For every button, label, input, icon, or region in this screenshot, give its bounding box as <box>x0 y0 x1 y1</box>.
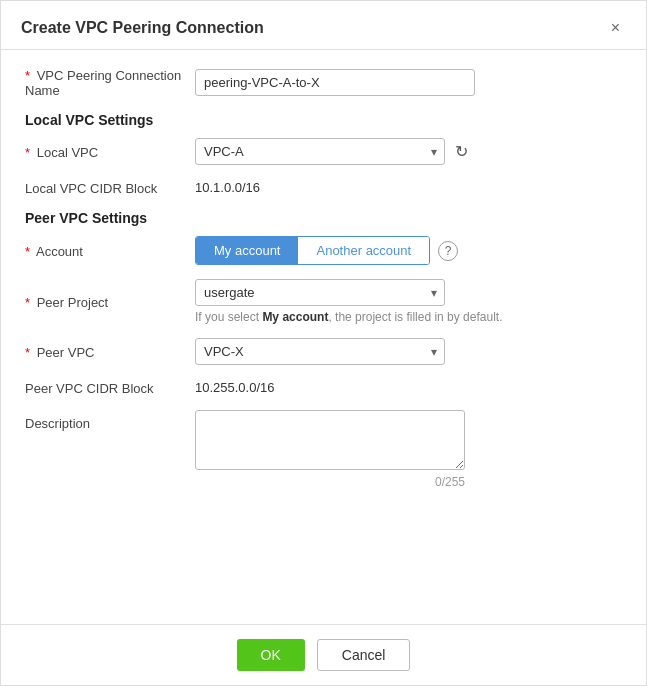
connection-name-row: * VPC Peering Connection Name <box>25 66 622 98</box>
local-vpc-row: * Local VPC VPC-A VPC-B VPC-C ▾ ↻ <box>25 138 622 165</box>
peer-project-hint: If you select My account, the project is… <box>195 310 622 324</box>
local-vpc-section-title: Local VPC Settings <box>25 112 622 128</box>
dialog-title: Create VPC Peering Connection <box>21 19 264 37</box>
description-textarea[interactable] <box>195 410 465 470</box>
peer-vpc-select-wrap: VPC-X VPC-Y VPC-Z ▾ <box>195 338 445 365</box>
local-vpc-select-wrap: VPC-A VPC-B VPC-C ▾ <box>195 138 445 165</box>
dialog-body: * VPC Peering Connection Name Local VPC … <box>1 50 646 624</box>
required-star-peer-project: * <box>25 295 30 310</box>
description-label: Description <box>25 410 195 431</box>
peer-project-label: * Peer Project <box>25 293 195 310</box>
description-row: Description 0/255 <box>25 410 622 489</box>
account-control: My account Another account ? <box>195 236 622 265</box>
peer-vpc-cidr-label: Peer VPC CIDR Block <box>25 379 195 396</box>
peer-project-row: * Peer Project usergate ▾ If you select … <box>25 279 622 324</box>
local-vpc-label: * Local VPC <box>25 143 195 160</box>
connection-name-label: * VPC Peering Connection Name <box>25 66 195 98</box>
another-account-button[interactable]: Another account <box>298 237 429 264</box>
required-star: * <box>25 68 30 83</box>
account-toggle: My account Another account <box>195 236 430 265</box>
local-vpc-cidr-value: 10.1.0.0/16 <box>195 180 622 195</box>
local-vpc-cidr-row: Local VPC CIDR Block 10.1.0.0/16 <box>25 179 622 196</box>
account-row: * Account My account Another account ? <box>25 236 622 265</box>
peer-vpc-section-title: Peer VPC Settings <box>25 210 622 226</box>
local-vpc-control: VPC-A VPC-B VPC-C ▾ ↻ <box>195 138 622 165</box>
local-vpc-select[interactable]: VPC-A VPC-B VPC-C <box>195 138 445 165</box>
peer-project-select[interactable]: usergate <box>195 279 445 306</box>
dialog-header: Create VPC Peering Connection × <box>1 1 646 50</box>
refresh-button[interactable]: ↻ <box>451 138 472 165</box>
create-vpc-peering-dialog: Create VPC Peering Connection × * VPC Pe… <box>0 0 647 686</box>
peer-vpc-cidr-value: 10.255.0.0/16 <box>195 380 622 395</box>
dialog-footer: OK Cancel <box>1 624 646 685</box>
account-label: * Account <box>25 242 195 259</box>
required-star-account: * <box>25 244 30 259</box>
account-help-icon[interactable]: ? <box>438 241 458 261</box>
description-char-count: 0/255 <box>195 475 465 489</box>
cancel-button[interactable]: Cancel <box>317 639 411 671</box>
my-account-button[interactable]: My account <box>196 237 298 264</box>
local-vpc-cidr-label: Local VPC CIDR Block <box>25 179 195 196</box>
required-star-local-vpc: * <box>25 145 30 160</box>
peer-vpc-select[interactable]: VPC-X VPC-Y VPC-Z <box>195 338 445 365</box>
connection-name-control <box>195 69 622 96</box>
connection-name-input[interactable] <box>195 69 475 96</box>
description-textarea-wrap: 0/255 <box>195 410 622 489</box>
close-button[interactable]: × <box>605 17 626 39</box>
peer-project-control: usergate ▾ If you select My account, the… <box>195 279 622 324</box>
peer-vpc-row: * Peer VPC VPC-X VPC-Y VPC-Z ▾ <box>25 338 622 365</box>
peer-vpc-control: VPC-X VPC-Y VPC-Z ▾ <box>195 338 622 365</box>
peer-project-select-wrap: usergate ▾ <box>195 279 445 306</box>
required-star-peer-vpc: * <box>25 345 30 360</box>
peer-vpc-cidr-row: Peer VPC CIDR Block 10.255.0.0/16 <box>25 379 622 396</box>
peer-vpc-label: * Peer VPC <box>25 343 195 360</box>
ok-button[interactable]: OK <box>237 639 305 671</box>
description-control: 0/255 <box>195 410 622 489</box>
